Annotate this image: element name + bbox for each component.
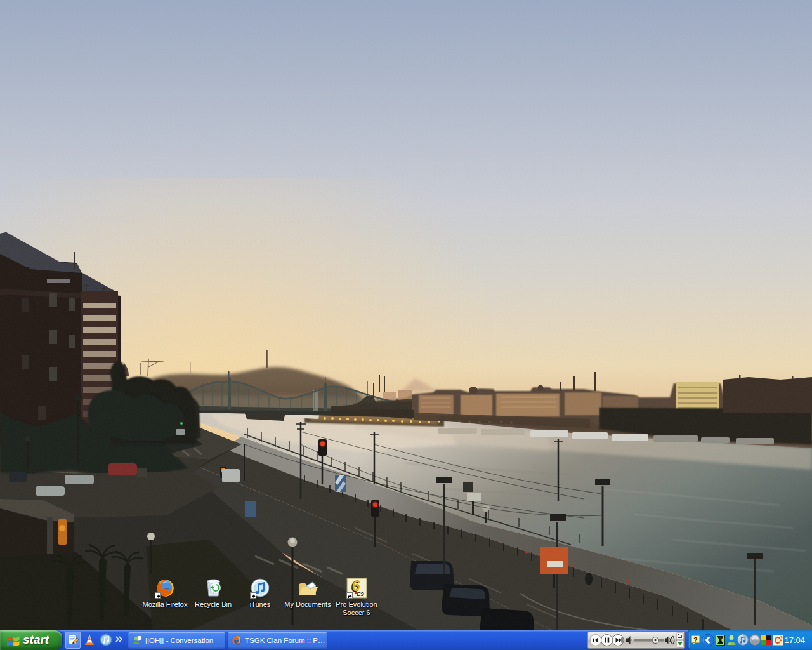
svg-text:ES: ES [357, 591, 364, 597]
svg-text:?: ? [693, 636, 698, 644]
